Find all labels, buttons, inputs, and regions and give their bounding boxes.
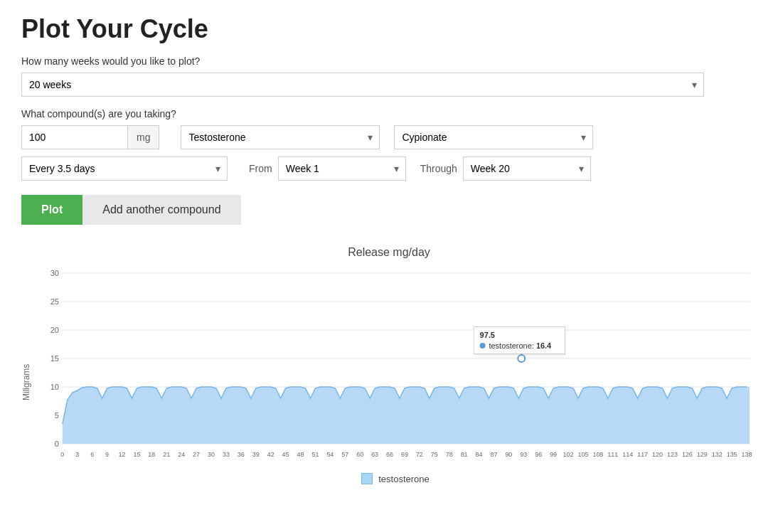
page-title: Plot Your Cycle (21, 14, 757, 44)
chart-title: Release mg/day (21, 246, 757, 259)
svg-text:123: 123 (667, 451, 678, 458)
svg-text:20: 20 (50, 326, 59, 334)
button-row: Plot Add another compound (21, 195, 757, 225)
svg-text:36: 36 (238, 451, 245, 458)
weeks-question: How many weeks would you like to plot? (21, 55, 757, 67)
frequency-select[interactable]: Every 3.5 days Every day Every 2 days Ev… (21, 156, 228, 181)
chart-inner: 30 25 20 15 10 5 0 0 3 6 9 (34, 266, 757, 484)
svg-text:63: 63 (371, 451, 378, 458)
svg-text:93: 93 (520, 451, 527, 458)
svg-text:120: 120 (652, 451, 663, 458)
svg-text:3: 3 (75, 451, 79, 458)
svg-text:135: 135 (727, 451, 737, 458)
svg-text:60: 60 (356, 451, 363, 458)
compound-name-select[interactable]: Testosterone Nandrolone Trenbolone Bolde… (181, 125, 380, 149)
svg-text:114: 114 (622, 451, 633, 458)
chart-fill (63, 387, 750, 444)
svg-text:5: 5 (55, 411, 59, 420)
through-week-select[interactable]: Week 20 Week 4 Week 8 Week 12 Week 16 We… (463, 156, 591, 181)
chart-legend: testosterone (34, 473, 757, 484)
svg-text:126: 126 (682, 451, 693, 458)
svg-text:15: 15 (133, 451, 140, 458)
svg-text:75: 75 (431, 451, 438, 458)
svg-text:78: 78 (446, 451, 453, 458)
svg-text:18: 18 (148, 451, 155, 458)
svg-text:33: 33 (223, 451, 230, 458)
svg-text:10: 10 (50, 383, 59, 391)
svg-text:90: 90 (505, 451, 512, 458)
svg-text:0: 0 (55, 440, 59, 448)
svg-text:81: 81 (461, 451, 468, 458)
svg-text:30: 30 (50, 269, 59, 277)
svg-text:6: 6 (90, 451, 94, 458)
through-label: Through (420, 163, 457, 174)
svg-text:0: 0 (60, 451, 64, 458)
tooltip: 97.5 testosterone: 16.4 (474, 326, 565, 369)
svg-text:129: 129 (697, 451, 708, 458)
from-week-select[interactable]: Week 1 Week 2 Week 4 Week 8 (278, 156, 406, 181)
svg-text:30: 30 (208, 451, 215, 458)
svg-text:45: 45 (282, 451, 289, 458)
svg-text:69: 69 (401, 451, 408, 458)
svg-text:27: 27 (193, 451, 200, 458)
svg-text:66: 66 (386, 451, 393, 458)
svg-text:132: 132 (712, 451, 723, 458)
dose-input[interactable] (21, 125, 128, 149)
svg-text:111: 111 (607, 451, 618, 458)
svg-text:54: 54 (326, 451, 334, 458)
chart-container: Release mg/day Miligrams 30 25 20 15 10 … (21, 246, 757, 484)
chart-svg: 30 25 20 15 10 5 0 0 3 6 9 (34, 266, 757, 465)
svg-text:25: 25 (50, 297, 59, 306)
y-axis-label: Miligrams (21, 266, 31, 484)
legend-label: testosterone (378, 474, 430, 484)
frequency-row: Every 3.5 days Every day Every 2 days Ev… (21, 156, 757, 181)
svg-text:72: 72 (416, 451, 423, 458)
svg-text:84: 84 (476, 451, 483, 458)
svg-text:138: 138 (742, 451, 752, 458)
from-label: From (249, 163, 272, 174)
svg-text:48: 48 (297, 451, 304, 458)
svg-text:96: 96 (535, 451, 542, 458)
add-compound-button[interactable]: Add another compound (82, 195, 240, 225)
mg-label: mg (128, 125, 159, 149)
svg-text:15: 15 (50, 354, 59, 363)
svg-text:9: 9 (105, 451, 109, 458)
compound-dose-row: mg Testosterone Nandrolone Trenbolone Bo… (21, 125, 757, 149)
ester-select[interactable]: Cypionate Enanthate Propionate Undecanoa… (394, 125, 593, 149)
svg-text:105: 105 (577, 451, 588, 458)
weeks-select[interactable]: 20 weeks 4 weeks 8 weeks 12 weeks 16 wee… (21, 73, 704, 97)
svg-text:39: 39 (252, 451, 260, 458)
svg-text:24: 24 (178, 451, 185, 458)
legend-color-box (361, 473, 373, 484)
svg-text:87: 87 (490, 451, 497, 458)
plot-button[interactable]: Plot (21, 195, 82, 225)
svg-text:102: 102 (563, 451, 574, 458)
svg-text:108: 108 (592, 451, 603, 458)
svg-text:117: 117 (637, 451, 648, 458)
svg-text:21: 21 (163, 451, 170, 458)
svg-text:51: 51 (311, 451, 319, 458)
compound-question: What compound(s) are you taking? (21, 108, 757, 119)
svg-text:12: 12 (119, 451, 126, 458)
svg-text:99: 99 (550, 451, 557, 458)
svg-text:57: 57 (341, 451, 348, 458)
svg-text:42: 42 (267, 451, 275, 458)
